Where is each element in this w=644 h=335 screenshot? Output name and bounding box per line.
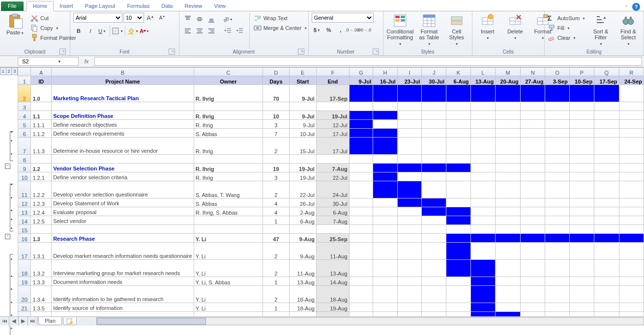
cell[interactable] xyxy=(194,155,263,164)
gantt-cell[interactable] xyxy=(397,129,422,138)
gantt-cell[interactable] xyxy=(619,85,644,102)
col-header-D[interactable]: D xyxy=(263,68,290,76)
fill-color-button[interactable]: ▼ xyxy=(127,26,138,36)
gantt-cell[interactable] xyxy=(470,207,496,216)
italic-button[interactable]: I xyxy=(85,26,96,36)
gantt-cell[interactable] xyxy=(496,172,521,181)
gantt-cell[interactable] xyxy=(619,216,644,225)
gantt-cell[interactable] xyxy=(520,120,545,129)
help-icon[interactable]: ? xyxy=(632,3,640,11)
cell-days[interactable]: 10 xyxy=(263,111,290,120)
cell[interactable] xyxy=(373,155,398,164)
cell-start[interactable]: 19-Jul xyxy=(289,164,316,172)
header-cell[interactable]: 13-Aug xyxy=(470,76,496,85)
cell-days[interactable]: 2 xyxy=(263,138,290,155)
cell-id[interactable]: 1.2 xyxy=(31,164,52,172)
cell-owner[interactable]: R. Ihrig xyxy=(194,120,263,129)
header-cell[interactable]: Project Name xyxy=(52,76,194,85)
cell-owner[interactable]: S. Abbas xyxy=(194,129,263,138)
row-header-20[interactable]: 20 xyxy=(18,286,31,303)
cell-end[interactable]: 24-Jul xyxy=(316,181,349,198)
gantt-cell[interactable] xyxy=(545,85,569,102)
grid-scroll[interactable]: ABCDEFGHIJKLMNOPQR1IDProject NameOwnerDa… xyxy=(18,67,644,326)
tab-home[interactable]: Home xyxy=(27,1,54,11)
row-header-13[interactable]: 13 xyxy=(18,207,31,216)
clear-button[interactable]: Clear▼ xyxy=(548,33,585,42)
cell[interactable] xyxy=(496,102,521,111)
col-header-P[interactable]: P xyxy=(569,68,594,76)
cell-end[interactable]: 30-Jul xyxy=(316,198,349,207)
sheet-nav-first[interactable]: ⏮ xyxy=(0,317,9,326)
gantt-cell[interactable] xyxy=(619,277,644,286)
gantt-cell[interactable] xyxy=(496,111,521,120)
cell[interactable] xyxy=(446,155,471,164)
header-cell[interactable]: 24-Sep xyxy=(619,76,644,85)
gantt-cell[interactable] xyxy=(446,216,471,225)
delete-cells-button[interactable]: Delete▼ xyxy=(503,13,527,42)
col-header-L[interactable]: L xyxy=(470,68,496,76)
cell[interactable] xyxy=(569,155,594,164)
gantt-cell[interactable] xyxy=(349,198,373,207)
gantt-cell[interactable] xyxy=(397,234,422,243)
gantt-cell[interactable] xyxy=(545,129,569,138)
gantt-cell[interactable] xyxy=(545,111,569,120)
row-header-2[interactable]: 2 xyxy=(18,85,31,102)
gantt-cell[interactable] xyxy=(422,85,446,102)
row-header-4[interactable]: 4 xyxy=(18,111,31,120)
cell[interactable] xyxy=(289,102,316,111)
cell-id[interactable]: 1.2.1 xyxy=(31,172,52,181)
sheet-nav-next[interactable]: ▶ xyxy=(19,317,28,326)
gantt-cell[interactable] xyxy=(349,172,373,181)
gantt-cell[interactable] xyxy=(545,172,569,181)
row-header-3[interactable]: 3 xyxy=(18,102,31,111)
col-header-Q[interactable]: Q xyxy=(594,68,619,76)
gantt-cell[interactable] xyxy=(446,111,471,120)
header-cell[interactable]: 3-Sep xyxy=(545,76,569,85)
cell-name[interactable]: Research Phase xyxy=(52,234,194,243)
gantt-cell[interactable] xyxy=(470,181,496,198)
cell-start[interactable]: 9-Aug xyxy=(289,243,316,260)
gantt-cell[interactable] xyxy=(545,120,569,129)
gantt-cell[interactable] xyxy=(422,129,446,138)
gantt-cell[interactable] xyxy=(569,120,594,129)
gantt-cell[interactable] xyxy=(397,164,422,172)
name-box[interactable]: ▼ xyxy=(18,57,79,66)
gantt-cell[interactable] xyxy=(397,138,422,155)
row-header-17[interactable]: 17 xyxy=(18,243,31,260)
gantt-cell[interactable] xyxy=(569,138,594,155)
gantt-cell[interactable] xyxy=(470,286,496,303)
cell[interactable] xyxy=(349,102,373,111)
gantt-cell[interactable] xyxy=(496,181,521,198)
gantt-cell[interactable] xyxy=(569,85,594,102)
number-dialog-launcher[interactable]: ↘ xyxy=(373,49,379,55)
cell[interactable] xyxy=(545,155,569,164)
tab-review[interactable]: Review xyxy=(178,1,208,11)
gantt-cell[interactable] xyxy=(545,260,569,277)
cell-end[interactable]: 13-Aug xyxy=(316,260,349,277)
cell[interactable] xyxy=(619,225,644,234)
gantt-cell[interactable] xyxy=(373,85,398,102)
align-center-button[interactable] xyxy=(194,26,205,36)
gantt-cell[interactable] xyxy=(446,207,471,216)
gantt-cell[interactable] xyxy=(594,138,619,155)
gantt-cell[interactable] xyxy=(619,181,644,198)
cell-owner[interactable]: R. Ihrig, S. Abbas xyxy=(194,207,263,216)
gantt-cell[interactable] xyxy=(619,129,644,138)
cell-owner[interactable]: Y. Li, S. Abbas xyxy=(194,277,263,286)
gantt-cell[interactable] xyxy=(349,111,373,120)
gantt-cell[interactable] xyxy=(446,138,471,155)
cell-name[interactable]: Evaluate proposal xyxy=(52,207,194,216)
gantt-cell[interactable] xyxy=(422,216,446,225)
gantt-cell[interactable] xyxy=(496,198,521,207)
gantt-cell[interactable] xyxy=(349,243,373,260)
sort-filter-button[interactable]: Sort & Filter▼ xyxy=(588,13,613,48)
cell-days[interactable]: 4 xyxy=(263,207,290,216)
gantt-cell[interactable] xyxy=(397,111,422,120)
cell[interactable] xyxy=(316,102,349,111)
gantt-cell[interactable] xyxy=(446,198,471,207)
row-header-14[interactable]: 14 xyxy=(18,216,31,225)
gantt-cell[interactable] xyxy=(594,243,619,260)
cell[interactable] xyxy=(194,225,263,234)
outline-column[interactable]: −− xyxy=(0,75,18,326)
gantt-cell[interactable] xyxy=(619,164,644,172)
